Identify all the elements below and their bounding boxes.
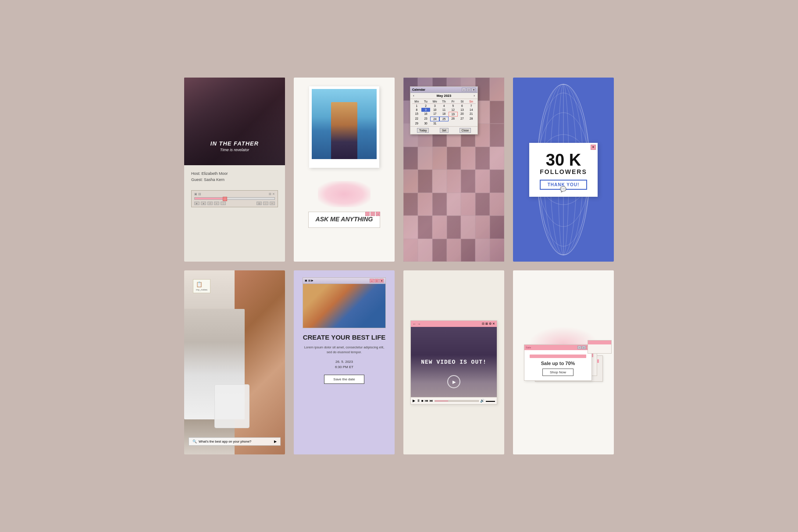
d-28[interactable]: 28: [467, 117, 476, 121]
cal-next[interactable]: ›: [474, 94, 475, 98]
player-icon-2[interactable]: ⊠: [485, 322, 488, 326]
d-14[interactable]: 14: [467, 108, 476, 112]
d-27[interactable]: 27: [458, 117, 467, 121]
cal-btn-1[interactable]: ─: [462, 88, 466, 92]
d-29[interactable]: 29: [412, 121, 421, 125]
ctrl-next[interactable]: ⏭: [430, 399, 433, 403]
sale-pink-bar: [530, 355, 586, 358]
d-1[interactable]: 1: [412, 104, 421, 108]
vid-photo-inner: [303, 284, 385, 328]
ctrl-btn-1[interactable]: ▶: [194, 202, 200, 205]
vid-title-text: ▣ ▤ ▶: [305, 279, 314, 283]
win-maximize[interactable]: □: [370, 212, 375, 216]
d-23[interactable]: 23: [421, 117, 431, 121]
d-17[interactable]: 17: [430, 112, 439, 117]
ctrl-btn-8[interactable]: ✏: [270, 202, 275, 205]
d-7[interactable]: 7: [467, 104, 476, 108]
cal-set-btn[interactable]: Set: [440, 128, 449, 133]
d-18[interactable]: 18: [439, 112, 449, 117]
win-bar-ask: ─ □ ✕: [365, 212, 380, 216]
ctrl-prev[interactable]: ⏮: [425, 399, 428, 403]
create-title: CREATE YOUR BEST LIFE: [303, 333, 386, 341]
ctrl-btn-6[interactable]: ▤: [256, 202, 262, 205]
d-3[interactable]: 3: [430, 104, 439, 108]
sale-win-max[interactable]: □: [582, 346, 586, 349]
fashion-bag: [214, 384, 249, 428]
sale-win-min[interactable]: ─: [577, 346, 581, 349]
d-16[interactable]: 16: [421, 112, 431, 117]
followers-window: ✕ 30 K FOLLOWERS THANK YOU!: [529, 143, 598, 197]
d-22[interactable]: 22: [412, 117, 421, 121]
d-6[interactable]: 6: [458, 104, 467, 108]
podcast-photo: IN THE FATHER Time is revelator: [184, 78, 285, 165]
search-icon: 🔍: [192, 440, 197, 443]
search-bar[interactable]: 🔍 What's the best app on your phone? ▶: [189, 437, 281, 446]
ctrl-btn-3[interactable]: ↺: [207, 202, 213, 205]
player-icon-1[interactable]: ⊟: [482, 322, 484, 326]
d-26[interactable]: 26: [449, 117, 458, 121]
d-31[interactable]: 31: [430, 121, 439, 125]
podcast-host: Host: Elizabeth Moor: [191, 170, 278, 177]
ctrl-btn-5[interactable]: ⋮: [221, 202, 226, 205]
thank-you-button[interactable]: THANK YOU!: [540, 180, 588, 190]
d-21[interactable]: 21: [467, 112, 476, 117]
d-20[interactable]: 20: [458, 112, 467, 117]
search-submit[interactable]: ▶: [274, 440, 277, 443]
cal-prev[interactable]: ‹: [413, 94, 414, 98]
cal-grid: Mn Tu We Th Fr St Sn 1 2 3 4 5 6 7: [410, 99, 477, 126]
cal-close-btn[interactable]: Close: [460, 128, 471, 133]
ctrl-btn-7[interactable]: ↕: [263, 202, 268, 205]
card-video: ← → ⊟ ⊠ ⚙ ✕ NEW VIDEO IS OUT! ▶ ▶ ⏸ ■ ⏮: [403, 270, 504, 454]
vid-win-btns: ─ □ ✕: [370, 279, 384, 283]
save-date-button[interactable]: Save the date: [324, 375, 364, 384]
win-close-ask[interactable]: ✕: [376, 212, 380, 216]
cal-btn-2[interactable]: □: [467, 88, 471, 92]
cal-today-btn[interactable]: Today: [417, 128, 429, 133]
vol-bar[interactable]: ▬▬▬: [486, 399, 495, 402]
d-13[interactable]: 13: [458, 108, 467, 112]
vid-min[interactable]: ─: [370, 279, 374, 283]
ctrl-pause[interactable]: ⏸: [417, 399, 420, 403]
video-progress[interactable]: [435, 400, 479, 402]
d-25[interactable]: 25: [439, 117, 449, 121]
progress-track[interactable]: [194, 197, 275, 200]
notepad-label: my_notes: [196, 288, 207, 291]
d-9-today[interactable]: 9: [421, 108, 431, 112]
nav-arrows[interactable]: ← →: [413, 322, 420, 326]
win-minimize[interactable]: ─: [365, 212, 370, 216]
player-controls: ▶ ■ ↺ ≡ ⋮ ▤ ↕ ✏: [194, 202, 275, 205]
d-15[interactable]: 15: [412, 112, 421, 117]
vid-max[interactable]: □: [374, 279, 379, 283]
d-24[interactable]: 24: [430, 117, 439, 121]
player-icon-3[interactable]: ⚙: [489, 322, 492, 326]
player-icon-4[interactable]: ✕: [492, 322, 495, 326]
vid-close[interactable]: ✕: [379, 279, 384, 283]
card-podcast: IN THE FATHER Time is revelator Host: El…: [184, 78, 285, 262]
video-player: ← → ⊟ ⊠ ⚙ ✕ NEW VIDEO IS OUT! ▶ ▶ ⏸ ■ ⏮: [410, 320, 497, 404]
ctrl-btn-2[interactable]: ■: [201, 202, 206, 205]
ctrl-btn-4[interactable]: ≡: [214, 202, 219, 205]
d-12[interactable]: 12: [449, 108, 458, 112]
d-30[interactable]: 30: [421, 121, 431, 125]
player-controls-bar: ▶ ⏸ ■ ⏮ ⏭ 🔊 ▬▬▬: [411, 397, 497, 404]
d-4[interactable]: 4: [439, 104, 449, 108]
d-11[interactable]: 11: [439, 108, 449, 112]
cal-week-2: 8 9 10 11 12 13 14: [412, 108, 476, 112]
d-8[interactable]: 8: [412, 108, 421, 112]
sale-win-body: Sale up to 70% Shop Now: [524, 350, 591, 380]
cal-btn-3[interactable]: ✕: [471, 88, 476, 92]
play-button[interactable]: ▶: [447, 375, 460, 388]
card-calendar: Calendar ─ □ ✕ ‹ May 2023 › Mn Tu We Th …: [403, 78, 504, 262]
vid-photo: [303, 284, 385, 328]
d-19[interactable]: 19: [449, 112, 458, 117]
volume-icon[interactable]: 🔊: [480, 399, 484, 403]
shop-now-button[interactable]: Shop Now: [542, 369, 574, 376]
ctrl-stop[interactable]: ■: [421, 399, 424, 403]
h-we: We: [430, 100, 439, 103]
video-title-text: NEW VIDEO IS OUT!: [421, 359, 487, 365]
d-10[interactable]: 10: [430, 108, 439, 112]
ctrl-play[interactable]: ▶: [413, 399, 415, 403]
followers-win-close[interactable]: ✕: [591, 145, 596, 150]
d-5[interactable]: 5: [449, 104, 458, 108]
d-2[interactable]: 2: [421, 104, 431, 108]
